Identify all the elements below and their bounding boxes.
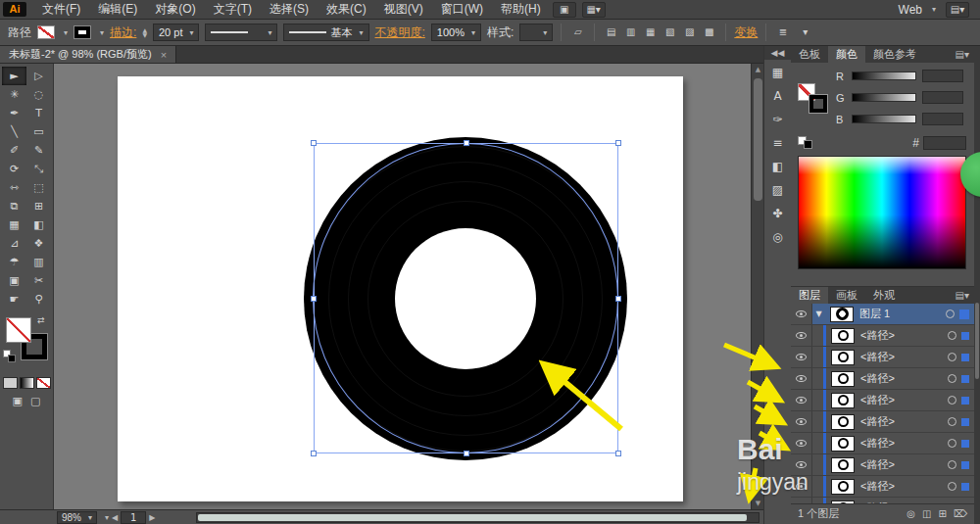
visibility-toggle[interactable] xyxy=(791,476,812,497)
gradient-mode-button[interactable] xyxy=(20,377,34,389)
scroll-up-icon[interactable]: ▲ xyxy=(752,64,764,75)
visibility-toggle[interactable] xyxy=(791,454,812,475)
fill-stroke-mini-indicator[interactable] xyxy=(798,83,833,119)
panel-tab[interactable]: 颜色 xyxy=(828,46,865,63)
selection-indicator[interactable] xyxy=(961,483,969,491)
stroke-width-field[interactable]: 20 pt ▾ xyxy=(153,24,199,41)
transparency-panel-icon[interactable]: ▨ xyxy=(766,180,790,201)
target-icon[interactable] xyxy=(948,353,956,361)
target-icon[interactable] xyxy=(948,460,956,469)
arrange-documents-icon[interactable]: ▦▾ xyxy=(582,2,606,18)
expand-panels-button[interactable]: ◀◀ xyxy=(764,46,791,60)
target-icon[interactable] xyxy=(948,439,956,448)
scale-tool[interactable]: ⤡ xyxy=(26,160,51,178)
align-center-icon[interactable]: ▥ xyxy=(622,24,639,40)
isolate-object-icon[interactable]: ≣ xyxy=(774,24,791,40)
menu-item[interactable]: 帮助(H) xyxy=(492,0,550,19)
make-clipping-mask-icon[interactable]: ◫ xyxy=(922,508,931,519)
slice-tool[interactable]: ✂ xyxy=(26,271,51,290)
layer-row[interactable]: <路径> xyxy=(791,476,974,498)
brushes-panel-icon[interactable]: ✑ xyxy=(766,110,790,130)
selection-indicator[interactable] xyxy=(959,310,969,319)
align-bottom-icon[interactable]: ▩ xyxy=(701,24,717,40)
panel-tab[interactable]: 色板 xyxy=(791,46,828,63)
selection-handle[interactable] xyxy=(615,451,621,456)
line-segment-tool[interactable]: ╲ xyxy=(2,122,26,141)
selection-handle[interactable] xyxy=(615,140,621,146)
selection-indicator[interactable] xyxy=(961,440,969,448)
bridge-icon[interactable]: ▣ xyxy=(553,2,576,18)
type-tool[interactable]: T xyxy=(26,104,51,122)
layer-name[interactable]: <路径> xyxy=(860,328,948,343)
layer-thumbnail[interactable] xyxy=(831,350,855,365)
zoom-level-select[interactable]: 98% ▾ xyxy=(57,511,97,524)
artboard-number-field[interactable]: 1 xyxy=(121,511,146,524)
fill-swatch[interactable] xyxy=(37,25,55,39)
channel-value-field[interactable] xyxy=(922,70,963,82)
menu-item[interactable]: 窗口(W) xyxy=(432,0,492,19)
scrollbar-thumb[interactable] xyxy=(975,303,979,379)
gradient-panel-icon[interactable]: ◧ xyxy=(766,157,790,177)
layer-thumbnail[interactable] xyxy=(831,371,855,387)
hand-tool[interactable]: ☛ xyxy=(2,290,26,309)
close-icon[interactable]: × xyxy=(161,49,167,61)
visibility-toggle[interactable] xyxy=(791,433,812,453)
artboard-tool[interactable]: ▣ xyxy=(2,271,26,290)
selection-indicator[interactable] xyxy=(961,375,969,383)
layer-thumbnail[interactable] xyxy=(830,307,854,322)
visibility-toggle[interactable] xyxy=(791,304,812,324)
layer-name[interactable]: <路径> xyxy=(860,436,948,451)
layer-row[interactable]: <路径> xyxy=(791,368,974,390)
layer-name[interactable]: 图层 1 xyxy=(859,307,946,321)
panel-tab[interactable]: 画板 xyxy=(828,287,865,304)
selection-handle[interactable] xyxy=(311,451,317,456)
hex-value-field[interactable] xyxy=(923,136,966,150)
prev-artboard-button[interactable]: ◀ xyxy=(112,513,118,522)
zoom-tool[interactable]: ⚲ xyxy=(26,290,51,309)
color-spectrum[interactable] xyxy=(798,156,966,269)
layer-thumbnail[interactable] xyxy=(831,479,855,495)
layer-thumbnail[interactable] xyxy=(831,328,855,344)
swap-fill-stroke-icon[interactable]: ⇄ xyxy=(37,315,45,325)
opacity-link[interactable]: 不透明度: xyxy=(375,24,425,41)
black-white-swatches[interactable] xyxy=(798,136,817,150)
selection-indicator[interactable] xyxy=(961,332,969,340)
rotate-tool[interactable]: ⟳ xyxy=(2,160,26,178)
layer-thumbnail[interactable] xyxy=(831,414,855,430)
scrollbar-thumb[interactable] xyxy=(198,514,747,521)
layer-row[interactable]: <路径> xyxy=(791,454,974,476)
channel-slider[interactable] xyxy=(852,115,916,123)
scroll-down-icon[interactable]: ▼ xyxy=(752,498,764,509)
align-left-icon[interactable]: ▤ xyxy=(603,24,619,40)
column-graph-tool[interactable]: ▥ xyxy=(26,253,51,271)
opacity-field[interactable]: 100% ▾ xyxy=(431,24,481,41)
channel-slider[interactable] xyxy=(852,93,916,102)
menu-item[interactable]: 效果(C) xyxy=(318,0,375,19)
channel-value-field[interactable] xyxy=(922,113,963,125)
canvas-vertical-scrollbar[interactable]: ▲ ▼ xyxy=(751,64,763,509)
brush-definition-select[interactable]: ▾ xyxy=(205,24,277,41)
direct-selection-tool[interactable]: ▷ xyxy=(26,67,51,85)
selection-handle[interactable] xyxy=(464,451,469,456)
menu-item[interactable]: 文件(F) xyxy=(33,0,89,19)
layer-row[interactable]: <路径> xyxy=(791,325,974,347)
layer-name[interactable]: <路径> xyxy=(860,479,948,494)
pencil-tool[interactable]: ✎ xyxy=(26,141,51,160)
menu-item[interactable]: 文字(T) xyxy=(205,0,261,19)
layer-row[interactable]: <路径> xyxy=(791,433,974,454)
panel-tab[interactable]: 外观 xyxy=(865,287,903,304)
stroke-swatch[interactable] xyxy=(74,25,91,39)
new-layer-icon[interactable]: ⊞ xyxy=(938,508,946,519)
perspective-grid-tool[interactable]: ⊞ xyxy=(26,197,51,215)
panel-menu-icon[interactable]: ▤▾ xyxy=(956,46,974,63)
target-icon[interactable] xyxy=(948,482,956,491)
visibility-toggle[interactable] xyxy=(791,325,812,346)
channel-slider[interactable] xyxy=(852,71,916,80)
selection-tool[interactable]: ► xyxy=(2,67,26,85)
gradient-tool[interactable]: ◧ xyxy=(26,215,51,234)
layer-name[interactable]: <路径> xyxy=(860,371,948,386)
align-middle-icon[interactable]: ▨ xyxy=(681,24,698,40)
target-icon[interactable] xyxy=(948,331,956,340)
selection-indicator[interactable] xyxy=(961,461,969,469)
menu-item[interactable]: 选择(S) xyxy=(261,0,318,19)
